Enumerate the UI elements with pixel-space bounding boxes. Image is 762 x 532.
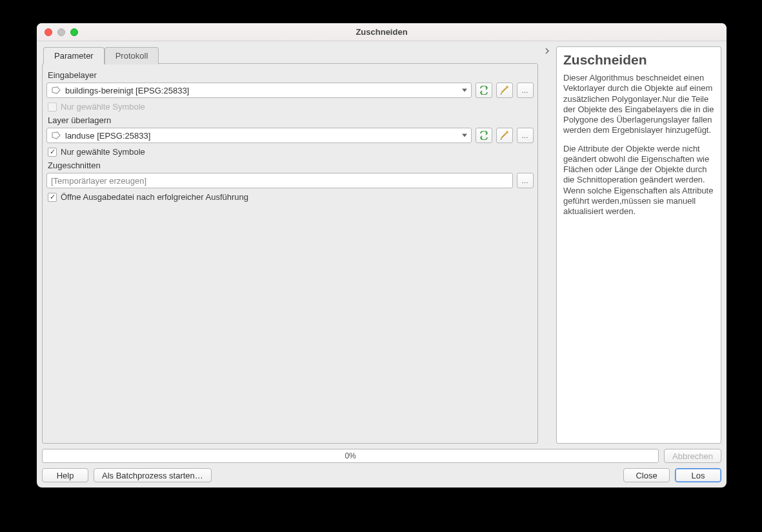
help-panel: Zuschneiden Dieser Algorithmus beschneid… — [556, 46, 721, 444]
ellipsis-icon: … — [521, 177, 529, 184]
dialog-window: Zuschneiden Parameter Protokoll Eingabel… — [37, 23, 727, 488]
overlay-layer-select[interactable]: landuse [EPSG:25833] — [46, 128, 472, 143]
help-button[interactable]: Help — [42, 468, 88, 482]
input-only-selected-checkbox — [48, 103, 57, 112]
help-paragraph: Dieser Algorithmus beschneidet einen Vek… — [563, 73, 714, 136]
advanced-options-button[interactable] — [496, 128, 513, 143]
dialog-body: Parameter Protokoll Eingabelayer buildin… — [37, 41, 727, 488]
input-only-selected-label: Nur gewählte Symbole — [61, 102, 145, 112]
polygon-layer-icon — [51, 132, 61, 139]
overlay-only-selected-row: Nur gewählte Symbole — [48, 147, 532, 157]
run-button[interactable]: Los — [675, 468, 721, 482]
overlay-layer-value: landuse [EPSG:25833] — [65, 131, 150, 141]
overlay-only-selected-checkbox[interactable] — [48, 148, 57, 157]
svg-point-0 — [506, 86, 508, 88]
browse-input-button[interactable]: … — [517, 83, 534, 98]
left-panel: Parameter Protokoll Eingabelayer buildin… — [42, 46, 538, 444]
collapse-help-button[interactable] — [543, 46, 551, 444]
parameters-panel: Eingabelayer buildings-bereinigt [EPSG:2… — [42, 63, 538, 444]
upper-pane: Parameter Protokoll Eingabelayer buildin… — [42, 46, 721, 444]
cancel-button: Abbrechen — [664, 449, 721, 463]
chevron-right-icon — [545, 48, 550, 54]
tab-bar: Parameter Protokoll — [42, 46, 538, 64]
iterate-features-button[interactable] — [476, 83, 492, 98]
ellipsis-icon: … — [521, 132, 529, 139]
overlay-only-selected-label: Nur gewählte Symbole — [61, 147, 145, 157]
polygon-layer-icon — [51, 86, 61, 94]
progress-bar: 0% — [42, 449, 659, 463]
overlay-layer-label: Layer überlagern — [48, 115, 532, 125]
help-title: Zuschneiden — [563, 52, 714, 68]
open-after-checkbox[interactable] — [48, 193, 57, 202]
close-button[interactable]: Close — [623, 468, 670, 482]
window-zoom-button[interactable] — [70, 28, 78, 36]
input-only-selected-row: Nur gewählte Symbole — [48, 102, 532, 112]
ellipsis-icon: … — [521, 86, 529, 94]
iterate-features-button[interactable] — [476, 128, 492, 143]
tab-protokoll[interactable]: Protokoll — [105, 47, 159, 64]
window-minimize-button[interactable] — [57, 28, 65, 36]
chevron-down-icon — [462, 134, 467, 137]
output-placeholder: [Temporärlayer erzeugen] — [51, 176, 146, 186]
window-controls — [37, 28, 78, 36]
progress-text: 0% — [345, 451, 356, 460]
output-path-input[interactable]: [Temporärlayer erzeugen] — [46, 173, 513, 188]
advanced-options-button[interactable] — [496, 83, 513, 98]
open-after-row: Öffne Ausgabedatei nach erfolgreicher Au… — [48, 192, 532, 202]
svg-point-1 — [506, 131, 508, 133]
batch-button[interactable]: Als Batchprozess starten… — [94, 468, 212, 482]
output-label: Zugeschnitten — [48, 161, 532, 170]
input-layer-select[interactable]: buildings-bereinigt [EPSG:25833] — [46, 83, 472, 98]
chevron-down-icon — [462, 89, 467, 92]
browse-overlay-button[interactable]: … — [517, 128, 534, 143]
input-layer-value: buildings-bereinigt [EPSG:25833] — [65, 86, 189, 95]
titlebar: Zuschneiden — [37, 23, 727, 41]
window-title: Zuschneiden — [37, 27, 727, 37]
progress-row: 0% Abbrechen — [42, 449, 721, 463]
tab-parameter[interactable]: Parameter — [43, 47, 105, 64]
help-paragraph: Die Attribute der Objekte werde nicht ge… — [563, 144, 714, 217]
input-layer-label: Eingabelayer — [48, 70, 532, 80]
open-after-label: Öffne Ausgabedatei nach erfolgreicher Au… — [61, 192, 248, 202]
window-close-button[interactable] — [45, 28, 52, 36]
footer-row: Help Als Batchprozess starten… Close Los — [42, 468, 721, 482]
browse-output-button[interactable]: … — [517, 173, 534, 188]
